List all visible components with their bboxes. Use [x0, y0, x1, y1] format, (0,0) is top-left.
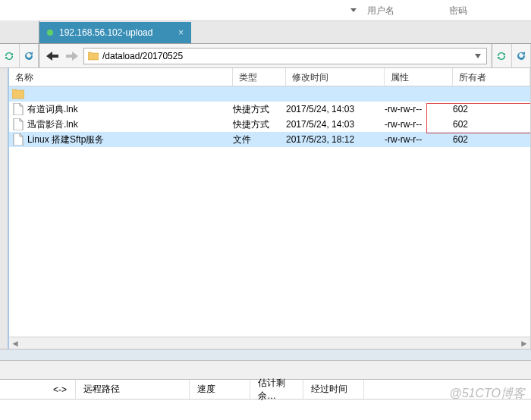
left-panel-strip — [0, 68, 9, 349]
path-dropdown-button[interactable] — [473, 54, 483, 58]
file-row[interactable]: Linux 搭建Sftp服务文件2017/5/23, 18:12-rw-rw-r… — [9, 132, 530, 147]
horizontal-scrollbar[interactable]: ◄ ► — [9, 337, 530, 349]
file-row[interactable]: 迅雷影音.lnk快捷方式2017/5/24, 14:03-rw-rw-r--60… — [9, 117, 530, 132]
status-elapsed[interactable]: 经过时间 — [303, 380, 364, 399]
nav-area — [39, 48, 492, 64]
file-perm: -rw-rw-r-- — [385, 134, 453, 145]
file-icon — [12, 133, 24, 146]
dropdown-arrow-icon[interactable] — [350, 8, 357, 12]
folder-icon — [87, 50, 99, 62]
col-header-perm[interactable]: 属性 — [385, 68, 453, 86]
username-input[interactable] — [367, 5, 420, 16]
file-list[interactable]: 有道词典.lnk快捷方式2017/5/24, 14:03-rw-rw-r--60… — [9, 86, 530, 337]
main-area: 名称 类型 修改时间 属性 所有者 有道词典.lnk快捷方式2017/5/24,… — [0, 68, 531, 349]
path-input[interactable] — [102, 51, 473, 61]
col-header-name[interactable]: 名称 — [9, 68, 233, 86]
file-type: 文件 — [233, 133, 286, 146]
username-field-wrap — [367, 5, 443, 16]
status-speed[interactable]: 速度 — [190, 380, 250, 399]
status-remote-path[interactable]: 远程路径 — [76, 380, 190, 399]
splitter-bar[interactable] — [0, 349, 531, 361]
watermark: @51CTO博客 — [449, 386, 525, 402]
file-name: 有道词典.lnk — [27, 103, 78, 116]
toolbar — [0, 44, 531, 68]
file-panel: 名称 类型 修改时间 属性 所有者 有道词典.lnk快捷方式2017/5/24,… — [9, 68, 531, 349]
nav-back-button[interactable] — [44, 48, 61, 64]
refresh-button[interactable] — [20, 44, 39, 68]
file-mtime: 2017/5/23, 18:12 — [286, 134, 385, 145]
file-icon — [12, 118, 24, 130]
folder-icon — [12, 88, 24, 100]
tab-spacer — [0, 20, 39, 43]
col-header-owner[interactable]: 所有者 — [453, 68, 530, 86]
left-toolstrip — [0, 44, 39, 67]
file-perm: -rw-rw-r-- — [385, 104, 453, 114]
file-owner: 602 — [453, 119, 530, 130]
tab-label: 192.168.56.102-upload — [59, 27, 152, 38]
file-owner: 602 — [453, 134, 530, 145]
col-header-type[interactable]: 类型 — [233, 68, 286, 86]
file-icon — [12, 103, 24, 115]
file-row[interactable] — [9, 86, 530, 102]
file-name: Linux 搭建Sftp服务 — [27, 133, 104, 146]
scroll-right-icon[interactable]: ► — [518, 337, 530, 349]
file-owner: 602 — [453, 104, 530, 114]
file-type: 快捷方式 — [233, 118, 286, 131]
password-input[interactable] — [449, 5, 502, 16]
scroll-left-icon[interactable]: ◄ — [9, 337, 21, 349]
credentials-bar — [0, 0, 531, 21]
path-box — [83, 48, 487, 64]
file-mtime: 2017/5/24, 14:03 — [286, 119, 385, 130]
file-perm: -rw-rw-r-- — [385, 119, 453, 130]
column-headers: 名称 类型 修改时间 属性 所有者 — [9, 68, 530, 86]
refresh-button-right[interactable] — [512, 44, 532, 68]
connection-tab[interactable]: 192.168.56.102-upload × — [39, 22, 191, 43]
tab-bar: 192.168.56.102-upload × — [0, 21, 531, 44]
password-field-wrap — [449, 5, 525, 16]
file-row[interactable]: 有道词典.lnk快捷方式2017/5/24, 14:03-rw-rw-r--60… — [9, 102, 530, 117]
right-toolstrip — [492, 44, 531, 67]
file-type: 快捷方式 — [233, 103, 286, 116]
sync-button[interactable] — [0, 44, 20, 68]
status-remaining[interactable]: 估计剩余… — [250, 380, 303, 399]
status-dot-icon — [47, 30, 53, 36]
nav-forward-button[interactable] — [64, 48, 80, 64]
file-name: 迅雷影音.lnk — [27, 118, 78, 131]
sync-button-right[interactable] — [492, 44, 512, 68]
file-mtime: 2017/5/24, 14:03 — [286, 104, 385, 114]
close-tab-icon[interactable]: × — [166, 27, 184, 38]
status-direction[interactable]: <-> — [46, 380, 76, 399]
col-header-mtime[interactable]: 修改时间 — [286, 68, 385, 86]
